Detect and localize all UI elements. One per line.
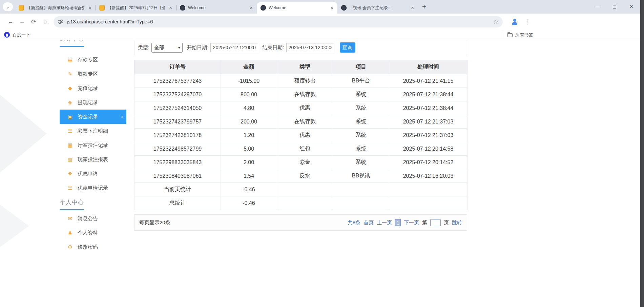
sidebar-item[interactable]: ◆ 充值记录 › xyxy=(60,81,126,95)
prev-page-link[interactable]: 上一页 xyxy=(377,219,392,226)
sidebar-item[interactable]: ▦ 厅室投注记录 › xyxy=(60,138,126,152)
next-page-link[interactable]: 下一页 xyxy=(404,219,419,226)
all-bookmarks-button[interactable]: 所有书签 xyxy=(503,30,533,40)
sidebar-item[interactable]: ♟ 个人资料 › xyxy=(60,226,126,240)
pagination-bar: 每页显示20条 共8条 首页 上一页 1 下一页 第 页 跳转 xyxy=(134,214,467,231)
sidebar-item[interactable]: ▧ 玩家投注报表 › xyxy=(60,152,126,167)
browser-menu-icon[interactable]: ⋮ xyxy=(524,18,530,25)
sidebar-section-header: 财务中心 xyxy=(60,40,126,45)
table-body: 1752327675377243-1015.00额度转出BB平台2025-07-… xyxy=(134,74,468,210)
sidebar-item-label: 优惠申请记录 xyxy=(78,185,108,191)
tab-close-icon[interactable]: ✕ xyxy=(87,5,93,11)
browser-tab[interactable]: Welcome ✕ xyxy=(257,2,337,14)
table-cell: 1752327423810178 xyxy=(134,129,221,142)
current-page-badge: 1 xyxy=(395,219,401,226)
table-cell: 1752322498572799 xyxy=(134,142,221,156)
browser-tab[interactable]: 【新提醒】海燕策略论坛综合交 ✕ xyxy=(15,2,96,14)
search-button[interactable]: 查询 xyxy=(340,42,355,53)
table-cell: 2025-07-12 21:37:03 xyxy=(389,129,468,142)
minimize-button[interactable]: — xyxy=(595,4,600,10)
home-button[interactable]: ⌂ xyxy=(39,18,51,25)
sidebar-item[interactable]: ❖ 优惠申请 › xyxy=(60,167,126,181)
browser-tab[interactable]: :::视讯 会员下注纪录::: ✕ xyxy=(337,2,418,14)
tabs-container: 【新提醒】海燕策略论坛综合交 ✕ 【新提醒】2025年7月12日【全 ✕ Wel… xyxy=(15,0,418,14)
records-table: 订单号金额类型项目处理时间 1752327675377243-1015.00额度… xyxy=(134,60,468,210)
sidebar-section-title: 个人中心 xyxy=(60,198,84,210)
table-cell: 总统计 xyxy=(134,196,221,210)
tab-close-icon[interactable]: ✕ xyxy=(168,5,173,11)
site-settings-icon[interactable] xyxy=(58,19,63,24)
sidebar-item[interactable]: ☱ 优惠申请记录 › xyxy=(60,181,126,195)
url-text[interactable]: js13.cc/hhcp/usercenter.html?iniType=6 xyxy=(67,19,490,24)
table-cell: 2.00 xyxy=(221,156,277,169)
table-row: 1752327423799757200.00在线存款系统2025-07-12 2… xyxy=(134,115,468,129)
browser-tab[interactable]: Welcome ✕ xyxy=(176,2,257,14)
new-tab-button[interactable]: + xyxy=(422,4,426,9)
tab-favicon xyxy=(261,5,266,11)
jump-link[interactable]: 跳转 xyxy=(452,219,462,226)
sidebar-item[interactable]: ▣ 资金记录 › xyxy=(60,110,126,124)
table-cell: 系统 xyxy=(333,88,389,101)
sidebar-item[interactable]: ✎ 取款专区 › xyxy=(60,67,126,81)
sidebar-item[interactable]: ◈ 提现记录 › xyxy=(60,95,126,110)
address-bar[interactable]: js13.cc/hhcp/usercenter.html?iniType=6 ☆ xyxy=(54,16,503,27)
bookmark-item[interactable]: 百度一下 xyxy=(13,32,30,38)
tab-close-icon[interactable]: ✕ xyxy=(410,5,415,11)
bell-icon: ✉ xyxy=(67,215,73,222)
profile-avatar-icon[interactable] xyxy=(510,17,519,26)
divider xyxy=(503,32,503,38)
table-cell xyxy=(277,183,333,196)
browser-tab-strip: ⌄ 【新提醒】海燕策略论坛综合交 ✕ 【新提醒】2025年7月12日【全 ✕ W… xyxy=(0,0,640,14)
table-cell: 当前页统计 xyxy=(134,183,221,196)
main-panel: 类型: 全部 ▾ 开始日期: 结束日期: 查询 订单号金额类型项目处理时间 17 xyxy=(134,40,467,231)
table-row: 17522988330358432.00彩金系统2025-07-12 20:14… xyxy=(134,156,468,169)
column-header: 处理时间 xyxy=(389,60,468,74)
window-controls: — ✕ xyxy=(595,4,634,10)
first-page-link[interactable]: 首页 xyxy=(363,219,374,226)
pager: 共8条 首页 上一页 1 下一页 第 页 跳转 xyxy=(348,219,462,226)
close-button[interactable]: ✕ xyxy=(629,4,634,10)
back-button[interactable]: ← xyxy=(5,18,16,25)
sidebar-item[interactable]: ✉ 消息公告 › xyxy=(60,211,126,226)
tab-title: 【新提醒】海燕策略论坛综合交 xyxy=(27,5,84,11)
tab-search-button[interactable]: ⌄ xyxy=(3,2,13,11)
sidebar-item[interactable]: ☰ 彩票下注明细 › xyxy=(60,124,126,138)
end-date-input[interactable] xyxy=(286,43,334,52)
table-cell: 2025-07-12 21:38:44 xyxy=(389,101,468,115)
column-header: 类型 xyxy=(277,60,333,74)
sidebar-items: ▤ 存款专区 › ✎ 取款专区 › ◆ 充值记录 › ◈ 提现记录 › ▣ 资金… xyxy=(60,53,126,195)
column-header: 金额 xyxy=(221,60,277,74)
tab-close-icon[interactable]: ✕ xyxy=(329,5,335,11)
sidebar-items: ✉ 消息公告 › ♟ 个人资料 › ⚙ 修改密码 › xyxy=(60,211,126,254)
tab-close-icon[interactable]: ✕ xyxy=(248,5,254,11)
sidebar-item-label: 优惠申请 xyxy=(78,171,98,177)
grid-icon: ▦ xyxy=(67,142,73,148)
maximize-button[interactable] xyxy=(612,4,617,10)
forward-button[interactable]: → xyxy=(16,18,28,25)
refresh-button[interactable]: ⟳ xyxy=(28,18,39,25)
table-cell xyxy=(389,196,468,210)
type-select[interactable]: 全部 ▾ xyxy=(151,43,183,53)
table-cell: 200.00 xyxy=(221,115,277,129)
page-prefix-label: 第 xyxy=(422,219,427,226)
browser-tab[interactable]: 【新提醒】2025年7月12日【全 ✕ xyxy=(96,2,176,14)
bookmark-star-icon[interactable]: ☆ xyxy=(493,18,498,25)
table-cell: 1752327675377243 xyxy=(134,74,221,88)
table-cell: 2025-07-12 20:14:52 xyxy=(389,156,468,169)
table-cell: 红包 xyxy=(277,142,333,156)
table-cell: 1752327524314050 xyxy=(134,101,221,115)
start-date-input[interactable] xyxy=(210,43,258,52)
sidebar-item-label: 充值记录 xyxy=(78,85,98,92)
table-row: 1752327524297070800.00在线存款系统2025-07-12 2… xyxy=(134,88,468,101)
page-number-input[interactable] xyxy=(430,219,441,226)
bookmarks-bar: 百度一下 所有书签 xyxy=(0,30,640,40)
deposit-card-icon: ▤ xyxy=(67,57,73,63)
table-cell: 彩金 xyxy=(277,156,333,169)
maximize-icon xyxy=(613,5,616,8)
sidebar-item[interactable]: ⚙ 修改密码 › xyxy=(60,240,126,254)
table-row: 17523274238101781.20优惠系统2025-07-12 21:37… xyxy=(134,129,468,142)
table-row: 1752327675377243-1015.00额度转出BB平台2025-07-… xyxy=(134,74,468,88)
sidebar-item-label: 提现记录 xyxy=(78,99,98,106)
sidebar-item[interactable]: ▤ 存款专区 › xyxy=(60,53,126,67)
total-count: 共8条 xyxy=(348,219,360,226)
